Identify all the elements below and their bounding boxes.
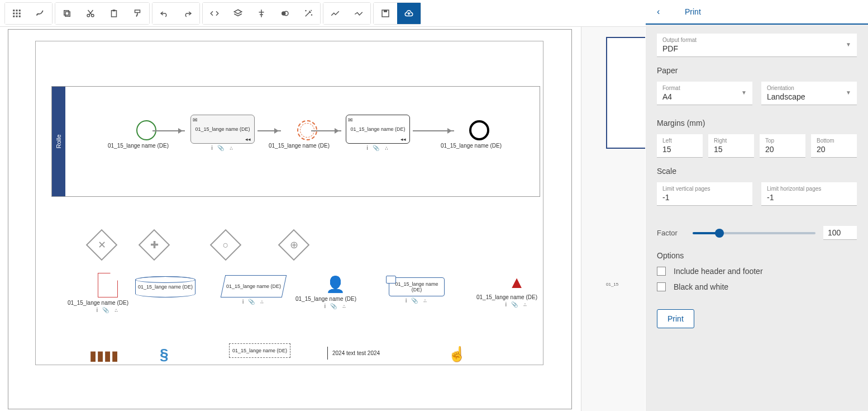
paste-icon[interactable] bbox=[102, 3, 126, 24]
options-section-title: Options bbox=[657, 251, 857, 260]
gateway-parallel[interactable]: ✚ bbox=[143, 234, 165, 256]
database-artifact[interactable]: 01_15_lange name (DE) bbox=[135, 276, 195, 297]
node-label: 01_15_lange name (DE) bbox=[441, 143, 502, 149]
format-painter-icon[interactable] bbox=[126, 3, 149, 24]
intermediate-event[interactable]: 01_15_lange name (DE) bbox=[285, 120, 330, 149]
attributes-icons: i📎⛬ bbox=[346, 145, 410, 151]
print-page: Rolle 01_15_lange name (DE) ✉01_15_lange… bbox=[8, 29, 572, 409]
header-footer-checkbox[interactable]: Include header and footer bbox=[657, 267, 857, 276]
svg-rect-6 bbox=[13, 15, 15, 17]
risk-artifact[interactable]: ▲! 01_15_lange name (DE) i📎⛬ bbox=[496, 273, 537, 308]
undo-icon[interactable] bbox=[152, 3, 176, 24]
margins-section-title: Margins (mm) bbox=[657, 119, 857, 127]
svg-rect-10 bbox=[64, 10, 69, 15]
svg-rect-3 bbox=[13, 12, 15, 14]
back-button[interactable]: ‹ bbox=[657, 7, 674, 17]
paper-format-select[interactable]: Format A4 ▼ bbox=[657, 82, 752, 105]
node-label: 01_15_lange name (DE) bbox=[295, 296, 356, 302]
svg-rect-14 bbox=[113, 10, 116, 11]
margin-top-input[interactable]: Top 20 bbox=[760, 134, 805, 158]
factor-slider[interactable] bbox=[693, 232, 815, 234]
chevron-down-icon: ▼ bbox=[741, 89, 747, 96]
text-annotation[interactable]: 2024 text test 2024 bbox=[327, 347, 384, 360]
sequence-flow[interactable] bbox=[413, 130, 454, 131]
print-button[interactable]: Print bbox=[657, 309, 694, 328]
group-box[interactable]: 01_15_lange name (DE) bbox=[229, 343, 290, 358]
chevron-down-icon: ▼ bbox=[846, 41, 851, 48]
margin-bottom-input[interactable]: Bottom 20 bbox=[811, 134, 857, 158]
black-white-checkbox[interactable]: Black and white bbox=[657, 282, 857, 291]
attributes-icons: i📎⛬ bbox=[389, 297, 445, 304]
scale-section-title: Scale bbox=[657, 167, 857, 176]
margin-left-input[interactable]: Left 15 bbox=[657, 134, 703, 158]
trend-line-icon[interactable] bbox=[347, 3, 370, 24]
node-label: 01_15_lange name (DE) bbox=[108, 143, 169, 149]
limit-vertical-input[interactable]: Limit vertical pages -1 bbox=[657, 182, 752, 206]
node-label: 01_15_lange name (DE) bbox=[476, 294, 537, 300]
swimlane[interactable]: Rolle 01_15_lange name (DE) ✉01_15_lange… bbox=[51, 86, 540, 197]
person-artifact[interactable]: 👤 01_15_lange name (DE) i📎⛬ bbox=[315, 275, 356, 309]
opacity-icon[interactable] bbox=[273, 3, 297, 24]
node-label: 01_15_lange name (DE) bbox=[269, 143, 330, 149]
align-center-icon[interactable] bbox=[250, 3, 273, 24]
gateway-exclusive[interactable]: ✕ bbox=[90, 234, 113, 256]
gateway-event[interactable]: ⊕ bbox=[283, 234, 305, 256]
svg-rect-0 bbox=[13, 10, 15, 11]
orientation-select[interactable]: Orientation Landscape ▼ bbox=[761, 82, 857, 105]
screen-artifact[interactable]: 01_15_lange name (DE) i📎⛬ bbox=[389, 277, 445, 304]
cloud-upload-icon[interactable] bbox=[397, 3, 421, 24]
preview-strip: 01_15 bbox=[581, 27, 645, 411]
sequence-flow[interactable] bbox=[257, 130, 281, 131]
preview-label: 01_15 bbox=[606, 282, 618, 287]
save-icon[interactable] bbox=[374, 3, 397, 24]
data-object[interactable]: 01_15_lange name (DE) i📎⛬ bbox=[223, 275, 284, 305]
freehand-icon[interactable] bbox=[28, 3, 52, 24]
svg-rect-2 bbox=[19, 10, 21, 11]
attributes-icons: i📎⛬ bbox=[87, 307, 128, 313]
attributes-icons: i📎⛬ bbox=[496, 301, 537, 308]
output-format-select[interactable]: Output format PDF ▼ bbox=[657, 34, 857, 57]
svg-rect-8 bbox=[19, 15, 21, 17]
start-event[interactable]: 01_15_lange name (DE) bbox=[125, 120, 169, 149]
attributes-icons: i📎⛬ bbox=[315, 303, 356, 309]
panel-title: Print bbox=[685, 7, 701, 16]
factor-value-input[interactable]: 100 bbox=[823, 226, 857, 240]
manual-artifact[interactable]: ☝ bbox=[448, 346, 466, 363]
copy-icon[interactable] bbox=[55, 3, 79, 24]
sequence-flow[interactable] bbox=[311, 130, 341, 131]
diagram-content: Rolle 01_15_lange name (DE) ✉01_15_lange… bbox=[35, 41, 543, 365]
lane-title: Rolle bbox=[52, 87, 65, 196]
document-artifact[interactable]: 01_15_lange name (DE) i📎⛬ bbox=[87, 273, 128, 313]
node-label: 01_15_lange name (DE) bbox=[68, 300, 128, 306]
apps-icon[interactable] bbox=[5, 3, 28, 24]
panel-header: ‹ Print bbox=[646, 0, 868, 25]
code-icon[interactable] bbox=[203, 3, 226, 24]
print-panel: ‹ Print Output format PDF ▼ Paper Format… bbox=[646, 0, 868, 411]
paper-section-title: Paper bbox=[657, 66, 857, 75]
task[interactable]: ✉01_15_lange name (DE)◂◂ i📎⛬ bbox=[346, 115, 410, 151]
trend-up-icon[interactable] bbox=[323, 3, 347, 24]
norm-artifact[interactable]: § bbox=[160, 346, 169, 363]
end-event[interactable]: 01_15_lange name (DE) bbox=[457, 120, 502, 149]
svg-rect-1 bbox=[16, 10, 18, 11]
chevron-down-icon: ▼ bbox=[846, 89, 851, 96]
canvas-area[interactable]: Rolle 01_15_lange name (DE) ✉01_15_lange… bbox=[0, 27, 646, 411]
svg-rect-7 bbox=[16, 15, 18, 17]
limit-horizontal-input[interactable]: Limit horizontal pages -1 bbox=[761, 182, 857, 206]
svg-rect-4 bbox=[16, 12, 18, 14]
sequence-flow[interactable] bbox=[152, 130, 185, 131]
margin-right-input[interactable]: Right 15 bbox=[708, 134, 754, 158]
cut-icon[interactable] bbox=[79, 3, 102, 24]
preview-page-thumb[interactable] bbox=[606, 37, 645, 149]
svg-rect-13 bbox=[112, 10, 117, 16]
kpi-artifact[interactable]: ▮▮▮▮ bbox=[89, 348, 118, 363]
factor-label: Factor bbox=[657, 229, 685, 237]
redo-icon[interactable] bbox=[176, 3, 199, 24]
attributes-icons: i📎⛬ bbox=[190, 145, 255, 151]
svg-rect-5 bbox=[19, 12, 21, 14]
layers-icon[interactable] bbox=[226, 3, 250, 24]
gateway-inclusive[interactable]: ○ bbox=[214, 234, 237, 256]
wand-icon[interactable] bbox=[297, 3, 320, 24]
task[interactable]: ✉01_15_lange name (DE)◂◂ i📎⛬ bbox=[190, 115, 255, 151]
svg-rect-19 bbox=[384, 10, 387, 12]
